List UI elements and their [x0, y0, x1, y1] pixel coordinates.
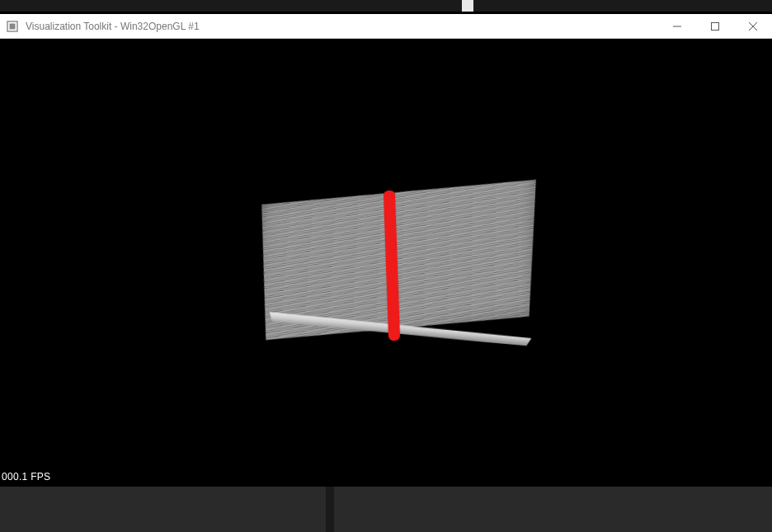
- minimize-button[interactable]: [658, 14, 696, 39]
- svg-rect-3: [712, 22, 719, 30]
- window-title: Visualization Toolkit - Win32OpenGL #1: [24, 21, 658, 32]
- scene-root: [247, 171, 544, 360]
- bottom-panel: [0, 487, 772, 532]
- svg-rect-1: [10, 23, 16, 29]
- maximize-button[interactable]: [696, 14, 734, 39]
- bottom-panel-divider[interactable]: [326, 487, 334, 532]
- outer-top-marker: [462, 0, 473, 12]
- window-controls: [658, 14, 772, 39]
- titlebar[interactable]: Visualization Toolkit - Win32OpenGL #1: [0, 14, 772, 39]
- outer-top-bar: [0, 0, 772, 12]
- close-button[interactable]: [734, 14, 772, 39]
- app-icon: [6, 20, 19, 33]
- render-viewport[interactable]: 000.1 FPS: [0, 39, 772, 484]
- fps-readout: 000.1 FPS: [2, 471, 50, 483]
- app-window: Visualization Toolkit - Win32OpenGL #1 0…: [0, 14, 772, 484]
